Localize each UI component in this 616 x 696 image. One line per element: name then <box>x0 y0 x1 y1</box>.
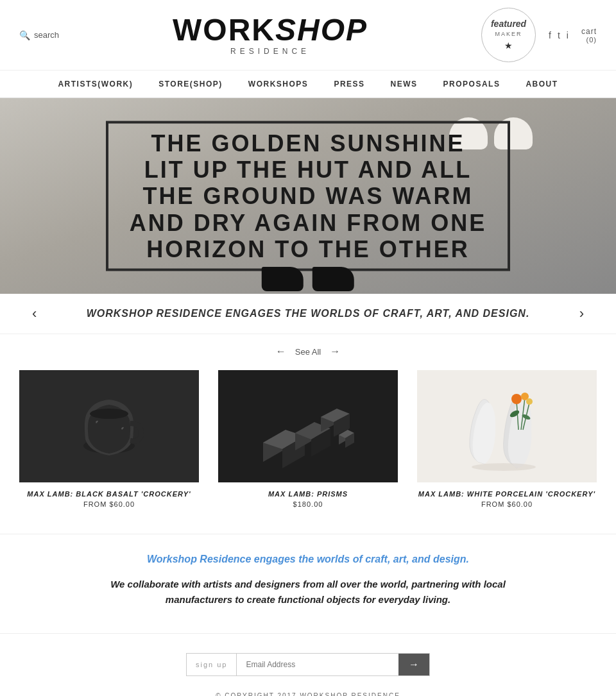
maker-label: MAKER <box>495 30 522 38</box>
carousel-next-arrow[interactable]: › <box>567 305 597 322</box>
nav-item-store-shop[interactable]: STORE(SHOP) <box>158 80 223 89</box>
newsletter-label: sign up <box>187 654 237 675</box>
product-name-3: MAX LAMB: WHITE PORCELAIN 'CROCKERY' <box>417 490 597 498</box>
logo-residence: RESIDENCE <box>173 47 368 56</box>
logo-work: WORK <box>173 13 275 47</box>
hero-line-3: THE GROUND WAS WARM <box>115 183 501 209</box>
tagline-main: Workshop Residence engages the worlds of… <box>77 554 539 565</box>
nav-item-press[interactable]: PRESS <box>334 80 364 89</box>
featured-badge[interactable]: featured MAKER ★ <box>481 8 536 62</box>
search-label[interactable]: search <box>34 30 59 40</box>
newsletter-form: sign up → <box>186 653 430 676</box>
newsletter-email-input[interactable] <box>237 654 398 675</box>
nav-item-proposals[interactable]: PROPOSALS <box>443 80 501 89</box>
nav-item-news[interactable]: NEWS <box>391 80 418 89</box>
black-shoe-right <box>312 267 354 291</box>
see-all-next-arrow[interactable]: → <box>330 346 340 357</box>
svg-point-22 <box>472 463 536 471</box>
logo[interactable]: WORKSHOP RESIDENCE <box>173 15 368 56</box>
header-right: featured MAKER ★ f t i cart (0) <box>481 8 597 62</box>
twitter-icon[interactable]: t <box>558 30 560 40</box>
featured-label: featured <box>491 18 526 31</box>
product-name-2: MAX LAMB: PRISMS <box>218 490 398 498</box>
product-price-3: FROM $60.00 <box>417 500 597 508</box>
product-name-1: MAX LAMB: BLACK BASALT 'CROCKERY' <box>19 490 199 498</box>
product-image-2 <box>218 370 398 482</box>
tagline-section: Workshop Residence engages the worlds of… <box>0 534 616 633</box>
nav-item-about[interactable]: ABOUT <box>526 80 558 89</box>
see-all-row: ← See All → <box>0 334 616 364</box>
product-card-1[interactable]: MAX LAMB: BLACK BASALT 'CROCKERY' FROM $… <box>19 370 199 508</box>
footer: sign up → © COPYRIGHT 2017 WORKSHOP RESI… <box>0 633 616 696</box>
white-vase-svg <box>443 378 571 475</box>
star-icon: ★ <box>504 40 513 53</box>
newsletter-submit-button[interactable]: → <box>398 654 429 675</box>
footer-copyright: © COPYRIGHT 2017 WORKSHOP RESIDENCE <box>13 692 603 696</box>
newsletter-row: sign up → <box>13 653 603 676</box>
logo-text: WORKSHOP <box>173 15 368 46</box>
product-image-1 <box>19 370 199 482</box>
product-bg-1 <box>19 370 199 482</box>
see-all-link[interactable]: See All <box>295 347 321 357</box>
main-nav: ARTISTS(WORK) STORE(SHOP) WORKSHOPS PRES… <box>0 71 616 98</box>
hero-line-4: AND DRY AGAIN FROM ONE <box>115 209 501 235</box>
carousel-prev-arrow[interactable]: ‹ <box>19 305 49 322</box>
carousel-area: ‹ WORKSHOP RESIDENCE ENGAGES THE WORLDS … <box>0 294 616 334</box>
nav-item-workshops[interactable]: WORKSHOPS <box>248 80 309 89</box>
facebook-icon[interactable]: f <box>549 30 551 40</box>
mug-svg <box>67 388 151 465</box>
hero-section: THE GOLDEN SUNSHINE LIT UP THE HUT AND A… <box>0 98 616 294</box>
nav-item-artists-work[interactable]: ARTISTS(WORK) <box>58 80 133 89</box>
search-area[interactable]: 🔍 search <box>19 30 59 40</box>
carousel-tagline: WORKSHOP RESIDENCE ENGAGES THE WORLDS OF… <box>49 308 566 319</box>
product-card-3[interactable]: MAX LAMB: WHITE PORCELAIN 'CROCKERY' FRO… <box>417 370 597 508</box>
black-shoe-left <box>262 267 304 291</box>
social-icons: f t i <box>549 30 569 40</box>
hero-line-5: HORIZON TO THE OTHER <box>115 236 501 262</box>
cart-count: (0) <box>581 36 597 44</box>
logo-shop: SHOP <box>275 13 368 47</box>
products-grid: MAX LAMB: BLACK BASALT 'CROCKERY' FROM $… <box>0 364 616 534</box>
svg-point-17 <box>511 394 522 404</box>
cart-area[interactable]: cart (0) <box>581 27 597 44</box>
cart-label: cart <box>581 27 597 36</box>
header: 🔍 search WORKSHOP RESIDENCE featured MAK… <box>0 0 616 71</box>
hero-shoes-bottom <box>259 267 357 294</box>
svg-point-1 <box>90 409 128 419</box>
instagram-icon[interactable]: i <box>567 30 569 40</box>
product-bg-3 <box>417 370 597 482</box>
hero-line-2: LIT UP THE HUT AND ALL <box>115 156 501 182</box>
see-all-prev-arrow[interactable]: ← <box>276 346 286 357</box>
prisms-svg <box>244 385 372 468</box>
product-price-2: $180.00 <box>218 500 398 508</box>
svg-point-19 <box>526 398 533 405</box>
search-icon: 🔍 <box>19 30 30 40</box>
product-card-2[interactable]: MAX LAMB: PRISMS $180.00 <box>218 370 398 508</box>
hero-line-1: THE GOLDEN SUNSHINE <box>115 130 501 156</box>
product-image-3 <box>417 370 597 482</box>
product-bg-2 <box>218 370 398 482</box>
hero-text-art: THE GOLDEN SUNSHINE LIT UP THE HUT AND A… <box>106 121 510 271</box>
tagline-sub: We collaborate with artists and designer… <box>77 577 539 607</box>
product-price-1: FROM $60.00 <box>19 500 199 508</box>
